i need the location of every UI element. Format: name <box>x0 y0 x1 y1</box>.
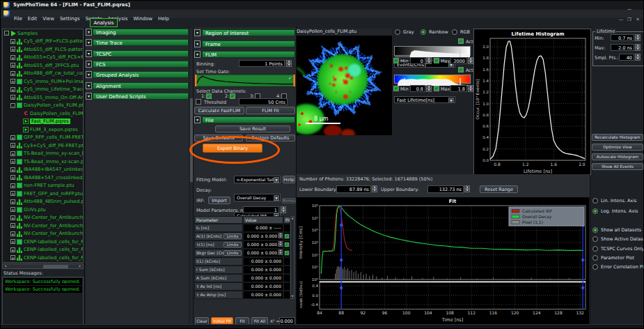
tree-item[interactable]: +Atto655_diff_2FFCS.ptu <box>3 61 83 70</box>
expand-icon[interactable]: + <box>10 71 15 76</box>
value-stepper[interactable] <box>278 241 283 247</box>
menu-settings[interactable]: Settings <box>57 15 83 22</box>
section-header-tcspc[interactable]: TCSPC <box>93 50 189 57</box>
tab-analysis[interactable]: Analysis <box>90 18 118 27</box>
smpl-pts-input[interactable]: 40 <box>619 54 634 61</box>
collapse-alignment-icon[interactable] <box>86 82 92 89</box>
mode-gray[interactable]: Gray <box>395 29 414 35</box>
model-params-stepper[interactable] <box>281 206 286 213</box>
expand-icon[interactable]: + <box>10 135 15 140</box>
tree-item[interactable]: +NV-Center_for_Antibunching_1.p <box>3 214 83 222</box>
value-stepper[interactable] <box>278 233 283 238</box>
section-header-fcs[interactable]: FCS <box>93 61 189 68</box>
rainbow-radio-icon[interactable] <box>421 29 426 35</box>
tree-item[interactable]: -Samples <box>3 29 83 38</box>
fit-checkbox[interactable] <box>285 234 289 238</box>
events-max-checkbox[interactable] <box>434 58 439 63</box>
expand-icon[interactable]: + <box>10 215 15 220</box>
param-value-cell[interactable]: 0.000 ± 0.000 <box>243 291 283 299</box>
lower-boundary-input[interactable]: 87.89 ns <box>336 185 371 193</box>
events-histogram-slider[interactable] <box>394 46 471 56</box>
collapse-user-defined-scripts-icon[interactable] <box>86 93 92 100</box>
flim-fit-button[interactable]: FLIM Fit <box>246 107 295 114</box>
tree-item[interactable]: +CENP-labelled_cells_for_FRET_IR <box>3 246 83 254</box>
tree-item[interactable]: +TS-Bead_immo_xy-scan_Dual Fo <box>3 150 83 158</box>
section-header-alignment[interactable]: Alignment <box>93 82 189 89</box>
show-all-events-button[interactable]: Show All Events <box>592 163 643 170</box>
expand-icon[interactable]: + <box>10 207 15 212</box>
tree-item[interactable]: +TS-Bead_immo_xz-scan.ptu <box>3 158 83 166</box>
param-value-cell[interactable]: 0.000 ± 0.000 <box>243 274 283 282</box>
limits-button[interactable]: Limits <box>223 250 242 256</box>
tree-item[interactable]: -DaisyPollen_cells_FLIM.ptu <box>3 102 83 110</box>
collapse-flim-icon[interactable] <box>194 51 201 58</box>
tree-hscrollbar[interactable]: ◂ ▸ <box>2 263 84 269</box>
tree-item[interactable]: +Atto655+Cy5_diff_FCS+FLCS.ptu <box>3 54 83 62</box>
expand-icon[interactable]: + <box>10 175 15 180</box>
param-value-cell[interactable]: 0.000 ± 0.000 <box>243 240 283 249</box>
option-parameter-plot[interactable]: Parameter Plot <box>592 255 634 261</box>
hist-min-input[interactable]: 0.7 ns <box>611 34 634 41</box>
section-header-time-trace[interactable]: Time Trace <box>93 39 189 46</box>
autoscale-histogram-button[interactable]: Autoscale Histogram <box>592 153 643 160</box>
scroll-right-icon[interactable]: ▸ <box>77 264 83 268</box>
expand-icon[interactable]: + <box>10 231 15 236</box>
tree-item[interactable]: +CENP-labelled_cells_for_FRET_IR <box>3 254 83 262</box>
events-max-stepper[interactable] <box>468 57 473 64</box>
tree-item[interactable]: +Atto488_diff_cw_total_correlatio <box>3 70 83 78</box>
option-show-active-dataset[interactable]: Show Active Dataset <box>592 236 644 242</box>
expand-icon[interactable]: + <box>10 199 15 204</box>
section-header-file[interactable]: File <box>202 116 295 123</box>
upper-boundary-input[interactable]: 132.73 ns <box>427 185 464 193</box>
events-min-checkbox[interactable] <box>393 58 399 63</box>
expand-icon[interactable]: + <box>10 87 15 92</box>
lifetime-min-stepper[interactable] <box>426 85 432 92</box>
mdi-minimize-icon[interactable]: — <box>617 17 625 22</box>
tree-item[interactable]: +non-FRET sample.ptu <box>3 182 83 190</box>
hist-max-stepper[interactable] <box>635 44 641 51</box>
mdi-restore-icon[interactable]: ❐ <box>625 17 634 22</box>
threshold-input[interactable]: 50 Cnts <box>239 98 288 105</box>
hist-max-input[interactable]: 2.0 ns <box>611 44 634 51</box>
expand-icon[interactable]: + <box>10 151 15 156</box>
calculate-fastflim-button[interactable]: Calculate FastFLIM <box>194 107 244 114</box>
decay-select[interactable]: Overall Decay <box>234 194 281 201</box>
radio-icon[interactable] <box>592 246 598 252</box>
radio-icon[interactable] <box>592 227 598 233</box>
option-tcspc-curves-only[interactable]: TCSPC Curves Only <box>592 246 644 252</box>
collapse-fcs-icon[interactable] <box>86 61 92 68</box>
expand-icon[interactable]: + <box>10 255 15 260</box>
menu-file[interactable]: File <box>11 15 25 22</box>
expand-icon[interactable]: + <box>10 167 15 172</box>
collapse-icon[interactable]: - <box>4 31 9 36</box>
radio-icon[interactable] <box>592 198 598 204</box>
events-active-checkbox[interactable] <box>458 38 464 44</box>
save-result-button[interactable]: Save Result <box>215 125 290 132</box>
param-value-cell[interactable]: 0.000 ± 0.000 <box>243 257 283 266</box>
gray-radio-icon[interactable] <box>395 29 400 35</box>
irf-import-button[interactable]: Import <box>208 197 230 204</box>
section-header-grouped-analysis[interactable]: Grouped Analysis <box>93 71 189 78</box>
tree-item[interactable]: +Atto655_diff_FLCS-pattern.ptu <box>3 45 83 54</box>
param-value-cell[interactable]: 0.000 ± 0.000 <box>243 232 283 240</box>
lifetime-max-input[interactable]: 1.8 <box>450 85 467 92</box>
fit-checkbox[interactable] <box>285 243 289 247</box>
option-error-correlation-plot[interactable]: Error Correlation Plot <box>592 264 644 270</box>
collapse-tcspc-icon[interactable] <box>86 50 92 57</box>
reset-range-button[interactable]: Reset Range <box>480 185 518 193</box>
menu-edit[interactable]: Edit <box>25 15 40 22</box>
expand-icon[interactable]: + <box>10 47 15 52</box>
lifetime-active-checkbox[interactable] <box>458 67 464 72</box>
fitting-model-select[interactable]: n-Exponential Tailfit <box>234 176 281 183</box>
recalculate-histogram-button[interactable]: Recalculate Histogram <box>592 134 643 141</box>
param-value-cell[interactable]: 0.000 ± 0.000 <box>243 282 283 291</box>
irf-remove-button[interactable]: Remove <box>282 198 296 204</box>
menu-view[interactable]: View <box>40 15 57 22</box>
tree-item[interactable]: +GFP_RFP_cells_FLIM-FRET.ptu <box>3 134 83 142</box>
scroll-up-icon[interactable]: ▲ <box>291 217 294 220</box>
tree-item[interactable]: +IBA488+IBA547_unlinked_mix.ptu <box>3 166 83 174</box>
expand-icon[interactable]: + <box>10 223 15 228</box>
lifetime-colorbar-slider[interactable] <box>394 75 471 84</box>
tree-item[interactable]: +NV-Center_for_Antibunching_2.p <box>3 222 83 230</box>
value-stepper[interactable] <box>278 250 283 255</box>
